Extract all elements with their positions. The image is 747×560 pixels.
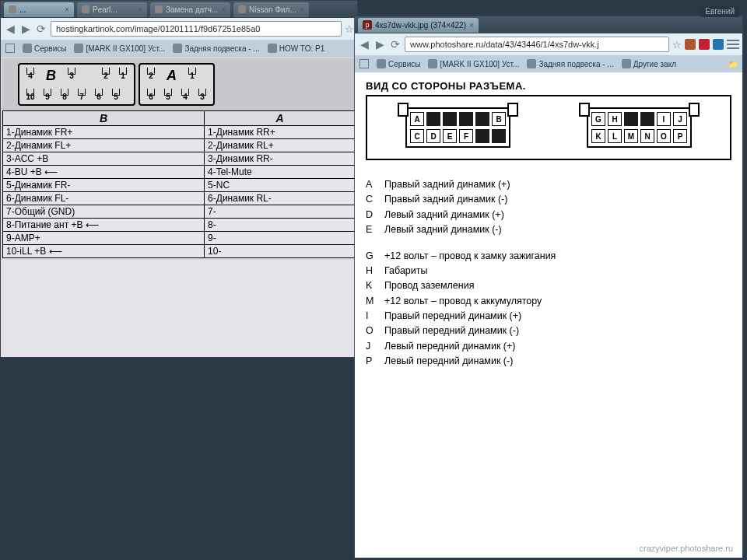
bookmark-item[interactable]: Сервисы [23,44,66,53]
extension-icon[interactable] [713,39,724,50]
bookmark-item[interactable]: [MARK II GX100] Уст... [74,44,165,53]
table-row: 1-Динамик FR+1-Динамик RR+ [3,126,356,139]
bookmark-star-icon[interactable]: ☆ [345,23,354,35]
pin-cell-blank [640,112,654,126]
pin-3: 3 [65,68,78,80]
table-cell: 8- [205,219,356,232]
reload-icon[interactable]: ⟳ [35,23,47,35]
reload-icon[interactable]: ⟳ [389,38,402,51]
bookmark-label: Сервисы [388,60,420,68]
favicon-icon [155,5,163,13]
bookmark-favicon-icon [377,59,386,68]
close-icon[interactable]: × [221,5,226,14]
close-icon[interactable]: × [300,5,304,14]
bookmark-item[interactable]: Сервисы [377,59,420,68]
favicon-icon [82,5,89,13]
table-cell: 10-iLL +B ⟵ [3,245,205,258]
table-cell: 2-Динамик RL+ [205,139,356,152]
url-input[interactable] [51,21,342,37]
legend-row: CПравый задний динамик (-) [366,192,731,207]
legend-key: I [366,309,377,324]
bookmark-item[interactable]: Задняя подвеска - ... [527,59,613,68]
table-cell: 4-BU +B ⟵ [3,166,205,179]
close-icon[interactable]: × [138,5,142,14]
connector-a: 2A1 6543 [139,63,215,106]
close-icon[interactable]: × [469,21,474,30]
table-row: 8-Питание ант +B ⟵8- [3,219,356,232]
col-header-a: A [205,111,356,126]
page-content-left: 4B321 1098765 2A1 6543 B A 1-Динамик FR+… [1,57,357,357]
browser-tab[interactable]: p 4xs7dw-vkk.jpg (374×422) × [358,18,479,33]
legend-key: C [366,192,377,207]
back-icon[interactable]: ◀ [4,23,16,35]
tab-label: 4xs7dw-vkk.jpg (374×422) [375,21,466,30]
browser-tab[interactable]: Pearl...× [77,2,147,17]
bookmark-label: [MARK II GX100] Уст... [86,44,165,53]
pin-6: 6 [145,89,157,101]
browser-tab[interactable]: Nissan Фил...× [233,2,309,17]
user-chip[interactable]: Евгений [700,5,739,17]
back-icon[interactable]: ◀ [358,38,370,51]
legend-row: EЛевый задний динамик (-) [366,222,731,237]
forward-icon[interactable]: ▶ [19,23,32,35]
pin-7: 7 [75,89,88,101]
table-cell: 6-Динамик FL- [3,192,205,205]
table-row: 2-Динамик FL+2-Динамик RL+ [3,139,356,152]
legend-row: OПравый передний динамик (-) [366,324,731,338]
table-cell: 9- [205,232,356,245]
legend-value: Левый передний динамик (+) [384,339,516,354]
browser-tab[interactable]: Замена датч...× [150,2,230,17]
pin-cell-I: I [657,112,671,126]
bookmark-favicon-icon [527,59,536,68]
extension-icon[interactable] [685,39,696,50]
bookmark-item[interactable]: [MARK II GX100] Уст... [428,59,519,68]
close-icon[interactable]: × [65,5,69,14]
pin-1: 1 [186,68,198,80]
url-input[interactable] [405,37,669,52]
table-row: 9-AMP+9- [3,232,356,245]
pin-cell-C: C [410,129,424,143]
bookmark-star-icon[interactable]: ☆ [672,39,682,51]
browser-tab[interactable]: ...× [4,2,74,17]
browser-window-left: ...×Pearl...×Замена датч...×Nissan Фил..… [0,0,358,358]
url-bar: ◀ ▶ ⟳ ☆ [355,33,742,55]
legend-key: E [366,222,377,237]
legend-key: G [366,249,377,264]
favicon-icon [238,5,246,13]
pin-cell-blank [492,129,506,143]
pin-cell-B: B [492,112,506,126]
favicon-icon: p [363,20,372,30]
legend-row: M+12 вольт – провод к аккумулятору [366,294,731,309]
other-bookmarks[interactable]: 📁 [728,60,738,68]
legend-key: O [366,324,377,338]
bookmark-item[interactable]: HOW TO: P1 [268,44,325,53]
table-cell: 7- [205,205,356,219]
connector-diagram-letters: ABCDEF GHIJKLMNOP [366,95,731,160]
extension-icon[interactable] [699,39,710,50]
table-cell: 10- [205,245,356,258]
legend-value: Левый задний динамик (-) [384,222,502,237]
url-bar: ◀ ▶ ⟳ ☆ [1,18,357,40]
connector-block-2: GHIJKLMNOP [587,107,692,148]
apps-icon[interactable] [359,59,369,68]
bookmark-item[interactable]: Другие закл [622,59,676,68]
table-cell: 1-Динамик RR+ [205,126,356,139]
legend-row: PЛевый передний динамик (-) [366,354,731,369]
table-cell: 2-Динамик FL+ [3,139,205,152]
table-row: 7-Общий (GND)7- [3,205,356,219]
table-cell: 3-Динамик RR- [205,152,356,166]
bookmarks-bar: Сервисы[MARK II GX100] Уст...Задняя подв… [355,55,742,72]
menu-icon[interactable] [727,40,739,49]
forward-icon[interactable]: ▶ [374,38,386,51]
legend-value: Провод заземления [384,278,474,293]
legend-row: IПравый передний динамик (+) [366,309,731,324]
pin-2: 2 [145,68,157,80]
apps-icon[interactable] [5,44,15,53]
legend-row: KПровод заземления [366,278,731,293]
bookmark-item[interactable]: Задняя подвеска - ... [173,44,259,53]
table-cell: 5-Динамик FR- [3,179,205,192]
tab-label: Замена датч... [166,5,218,14]
pin-cell-N: N [640,129,654,143]
pin-3: 3 [196,89,209,101]
tab-label: ... [19,5,26,14]
